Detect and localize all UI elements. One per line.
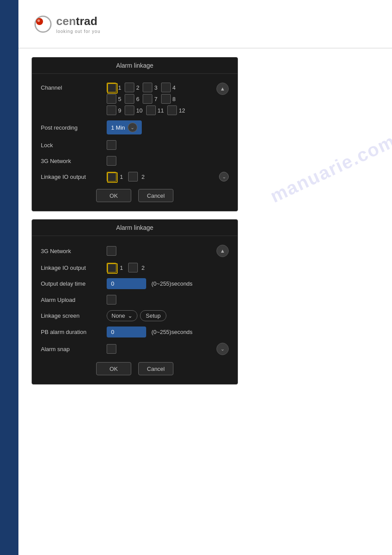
sidebar <box>0 0 18 555</box>
linkage-screen-value: None <box>111 312 125 319</box>
scroll-down-btn-2[interactable]: ⌄ <box>216 343 229 355</box>
alarm-upload-label: Alarm Upload <box>41 297 107 303</box>
linkage-io-cb3[interactable] <box>107 263 116 272</box>
linkage-io-num3: 1 <box>120 265 123 271</box>
panel1-ok-btn[interactable]: OK <box>96 189 131 202</box>
ch7-label: 7 <box>154 96 157 102</box>
ch8-checkbox[interactable] <box>161 94 171 104</box>
scroll-up-btn-1[interactable]: ▲ <box>216 83 229 95</box>
alarm-upload-controls <box>107 295 116 305</box>
panel2-title: Alarm linkage <box>32 220 237 236</box>
linkage-io-label-1: Linkage IO output <box>41 174 107 180</box>
ch11-checkbox[interactable] <box>146 105 156 115</box>
ch12-checkbox[interactable] <box>167 105 177 115</box>
ch4-checkbox[interactable] <box>161 83 171 92</box>
ch5-checkbox[interactable] <box>107 94 116 104</box>
panel1-btn-row: OK Cancel <box>32 185 237 204</box>
ch7-checkbox[interactable] <box>143 94 152 104</box>
logo-container: centrad looking out for you <box>32 15 101 34</box>
ch2-label: 2 <box>136 84 139 91</box>
lock-controls <box>107 140 116 150</box>
alarm-snap-checkbox[interactable] <box>107 344 116 354</box>
linkage-io-scroll-1[interactable]: ⌄ <box>219 172 229 181</box>
network-checkbox-2[interactable] <box>107 246 116 256</box>
scroll-up-btn-2[interactable]: ▲ <box>216 245 229 257</box>
network-controls-1 <box>107 156 116 166</box>
channel-row-1: 1 2 3 4 <box>107 83 216 92</box>
ch5-label: 5 <box>118 96 121 102</box>
linkage-io-controls-1: 1 2 <box>107 172 147 181</box>
ch3-label: 3 <box>154 84 157 91</box>
network-row-1: 3G Network <box>32 153 237 169</box>
panel1-cancel-btn[interactable]: Cancel <box>138 189 173 202</box>
main-content: manuarie.com Alarm linkage Channel 1 2 3 <box>18 48 392 401</box>
linkage-screen-row: Linkage screen None ⌄ Setup <box>32 308 237 324</box>
ch12-label: 12 <box>179 107 185 114</box>
ch11-label: 11 <box>158 107 164 114</box>
linkage-io-cb1[interactable] <box>107 172 116 181</box>
linkage-io-num2: 2 <box>141 174 144 180</box>
alarm-snap-label: Alarm snap <box>41 346 107 352</box>
watermark: manuarie.com <box>267 131 392 207</box>
panel2-ok-btn[interactable]: OK <box>96 362 131 375</box>
ch2-checkbox[interactable] <box>125 83 134 92</box>
alarm-upload-checkbox[interactable] <box>107 295 116 305</box>
output-delay-unit: (0~255)seconds <box>151 280 193 287</box>
ch6-checkbox[interactable] <box>125 94 134 104</box>
post-recording-row: Post recording 1 Min ⌄ <box>32 118 237 137</box>
channel-row-2: 5 6 7 8 <box>107 94 216 104</box>
ch1-label: 1 <box>118 84 121 91</box>
post-recording-dropdown[interactable]: 1 Min ⌄ <box>107 120 142 134</box>
ch1-checkbox[interactable] <box>107 83 116 92</box>
channel-row-3: 9 10 11 12 <box>107 105 216 115</box>
output-delay-controls: (0~255)seconds <box>107 278 193 289</box>
ch3-checkbox[interactable] <box>143 83 152 92</box>
channel-grid: 1 2 3 4 5 6 7 <box>107 83 216 115</box>
network-row-2: 3G Network ▲ <box>32 242 237 260</box>
ch10-checkbox[interactable] <box>125 105 134 115</box>
network-label-2: 3G Network <box>41 248 107 254</box>
post-recording-controls: 1 Min ⌄ <box>107 120 142 134</box>
ch8-label: 8 <box>173 96 176 102</box>
output-delay-input[interactable] <box>107 278 146 289</box>
panel1-title: Alarm linkage <box>32 58 237 74</box>
logo-tagline: looking out for you <box>56 29 101 34</box>
alarm-snap-row: Alarm snap ⌄ <box>32 340 237 358</box>
ch10-label: 10 <box>136 107 142 114</box>
post-recording-label: Post recording <box>41 124 107 131</box>
network-checkbox-1[interactable] <box>107 156 116 166</box>
alarm-snap-controls <box>107 344 116 354</box>
post-recording-arrow[interactable]: ⌄ <box>128 123 137 132</box>
alarm-panel-2: Alarm linkage 3G Network ▲ Linkage IO ou… <box>32 219 238 385</box>
alarm-panel-1: Alarm linkage Channel 1 2 3 4 <box>32 57 238 211</box>
pb-alarm-row: PB alarm duration (0~255)seconds <box>32 324 237 340</box>
pb-alarm-label: PB alarm duration <box>41 329 107 335</box>
linkage-io-cb2[interactable] <box>128 172 138 181</box>
output-delay-label: Output delay time <box>41 280 107 287</box>
linkage-io-num4: 2 <box>141 265 144 271</box>
ch6-label: 6 <box>136 96 139 102</box>
alarm-upload-row: Alarm Upload <box>32 292 237 308</box>
lock-label: Lock <box>41 142 107 149</box>
pb-alarm-input[interactable] <box>107 326 146 337</box>
network-label-1: 3G Network <box>41 158 107 164</box>
channel-label: Channel <box>41 83 107 91</box>
channel-row: Channel 1 2 3 4 <box>32 80 237 118</box>
pb-alarm-controls: (0~255)seconds <box>107 326 193 337</box>
linkage-io-num1: 1 <box>120 174 123 180</box>
linkage-io-cb4[interactable] <box>128 263 138 272</box>
panel2-cancel-btn[interactable]: Cancel <box>138 362 173 375</box>
header: centrad looking out for you <box>18 0 392 48</box>
lock-row: Lock <box>32 137 237 153</box>
ch9-checkbox[interactable] <box>107 105 116 115</box>
lock-checkbox[interactable] <box>107 140 116 150</box>
linkage-io-label-2: Linkage IO output <box>41 265 107 271</box>
linkage-io-row-2: Linkage IO output 1 2 <box>32 260 237 276</box>
ch4-label: 4 <box>173 84 176 91</box>
linkage-screen-dropdown[interactable]: None ⌄ <box>107 310 137 321</box>
linkage-io-row-1: Linkage IO output 1 2 ⌄ <box>32 169 237 185</box>
network-controls-2 <box>107 246 116 256</box>
logo-icon <box>32 15 54 34</box>
setup-btn[interactable]: Setup <box>140 310 166 321</box>
post-recording-value: 1 Min <box>111 124 125 131</box>
